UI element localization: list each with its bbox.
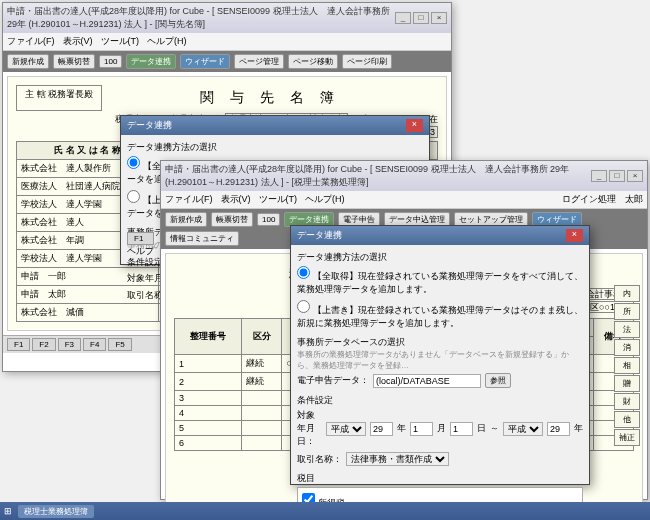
tb-new[interactable]: 新規作成 — [7, 54, 49, 69]
max-btn[interactable]: □ — [413, 12, 429, 24]
dlg2-browse[interactable]: 参照 — [485, 373, 511, 388]
titlebar-2: 申請・届出書の達人(平成28年度以降用) for Cube - [ SENSEI… — [161, 161, 647, 191]
tb-datalink[interactable]: データ連携 — [126, 54, 176, 69]
menu-help[interactable]: ヘルプ(H) — [147, 35, 187, 48]
taskbar-item[interactable]: 税理士業務処理簿 — [18, 505, 94, 518]
dlg2-close[interactable]: × — [566, 229, 583, 242]
tb-print[interactable]: ページ印刷 — [342, 54, 392, 69]
dlg2-r1[interactable] — [297, 266, 310, 279]
window-title: 申請・届出書の達人(平成28年度以降用) for Cube - [ SENSEI… — [7, 5, 395, 31]
tax-office-label: 主 轄 税務署長殿 — [16, 85, 102, 111]
dialog-datalink-2: データ連携× データ連携方法の選択 【全取得】現在登録されている業務処理簿データ… — [290, 225, 590, 485]
close-btn-2[interactable]: × — [627, 170, 643, 182]
dlg2-sel[interactable]: 法律事務・書類作成 — [346, 452, 449, 466]
close-btn[interactable]: × — [431, 12, 447, 24]
menu-tools[interactable]: ツール(T) — [101, 35, 140, 48]
min-btn[interactable]: _ — [395, 12, 411, 24]
tb-zoom[interactable]: 100 — [99, 55, 122, 68]
dlg2-db[interactable] — [373, 374, 481, 388]
menubar-1: ファイル(F) 表示(V) ツール(T) ヘルプ(H) — [3, 33, 451, 51]
toolbar-1: 新規作成 帳票切替 100 データ連携 ウィザード ページ管理 ページ移動 ペー… — [3, 51, 451, 72]
menu-view[interactable]: 表示(V) — [63, 35, 93, 48]
dlg1-r2[interactable] — [127, 190, 140, 203]
dlg2-r2[interactable] — [297, 300, 310, 313]
dlg1-f1[interactable]: F1 — [127, 232, 154, 245]
taskbar: ⊞ 税理士業務処理簿 — [0, 502, 650, 520]
menu-file[interactable]: ファイル(F) — [7, 35, 55, 48]
tb-switch[interactable]: 帳票切替 — [53, 54, 95, 69]
min-btn-2[interactable]: _ — [591, 170, 607, 182]
tb-pagemove[interactable]: ページ移動 — [288, 54, 338, 69]
side-panel: 内 所 法 消 相 贈 財 他 補正 — [614, 284, 640, 447]
tb-wizard[interactable]: ウィザード — [180, 54, 230, 69]
paper-title: 関 与 先 名 簿 — [102, 85, 438, 111]
dlg1-sec1: データ連携方法の選択 — [127, 141, 423, 154]
titlebar-1: 申請・届出書の達人(平成28年度以降用) for Cube - [ SENSEI… — [3, 3, 451, 33]
menubar-2: ファイル(F) 表示(V) ツール(T) ヘルプ(H) ログイン処理 太郎 — [161, 191, 647, 209]
dlg1-title: データ連携× — [121, 116, 429, 135]
dlg2-title: データ連携× — [291, 226, 589, 245]
max-btn-2[interactable]: □ — [609, 170, 625, 182]
dlg1-close[interactable]: × — [406, 119, 423, 132]
window-title-2: 申請・届出書の達人(平成28年度以降用) for Cube - [ SENSEI… — [165, 163, 591, 189]
tb-page[interactable]: ページ管理 — [234, 54, 284, 69]
dlg1-r1[interactable] — [127, 156, 140, 169]
dlg2-sec1: データ連携方法の選択 — [297, 251, 583, 264]
